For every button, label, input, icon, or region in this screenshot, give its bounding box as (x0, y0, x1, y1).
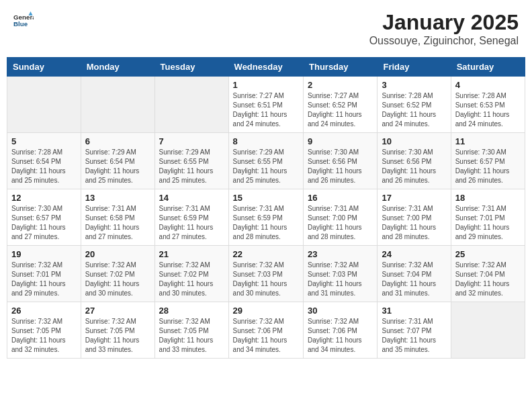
calendar-week-2: 5Sunrise: 7:28 AM Sunset: 6:54 PM Daylig… (7, 133, 525, 189)
calendar-cell: 8Sunrise: 7:29 AM Sunset: 6:55 PM Daylig… (228, 133, 303, 189)
calendar-cell: 20Sunrise: 7:32 AM Sunset: 7:02 PM Dayli… (81, 246, 154, 302)
day-info: Sunrise: 7:32 AM Sunset: 7:01 PM Dayligh… (11, 261, 77, 298)
day-info: Sunrise: 7:32 AM Sunset: 7:04 PM Dayligh… (382, 261, 446, 298)
day-number: 14 (159, 193, 224, 203)
calendar-cell: 16Sunrise: 7:31 AM Sunset: 7:00 PM Dayli… (304, 189, 378, 246)
day-info: Sunrise: 7:30 AM Sunset: 6:57 PM Dayligh… (11, 204, 77, 242)
calendar-body: 1Sunrise: 7:27 AM Sunset: 6:51 PM Daylig… (7, 77, 525, 359)
logo: General Blue (13, 10, 34, 30)
column-header-friday: Friday (378, 58, 451, 77)
day-number: 24 (382, 249, 446, 259)
calendar-cell: 2Sunrise: 7:27 AM Sunset: 6:52 PM Daylig… (304, 77, 378, 133)
calendar-cell: 13Sunrise: 7:31 AM Sunset: 6:58 PM Dayli… (81, 189, 154, 246)
calendar-cell (81, 77, 154, 133)
day-number: 17 (382, 193, 446, 203)
day-info: Sunrise: 7:31 AM Sunset: 7:01 PM Dayligh… (455, 204, 521, 242)
calendar-cell: 29Sunrise: 7:32 AM Sunset: 7:06 PM Dayli… (228, 302, 303, 359)
day-number: 13 (85, 193, 150, 203)
day-number: 31 (382, 306, 446, 316)
calendar-cell: 28Sunrise: 7:32 AM Sunset: 7:05 PM Dayli… (154, 302, 228, 359)
calendar-cell: 25Sunrise: 7:32 AM Sunset: 7:04 PM Dayli… (451, 246, 525, 302)
column-header-thursday: Thursday (304, 58, 378, 77)
day-number: 4 (455, 80, 521, 90)
day-number: 22 (233, 249, 299, 259)
day-info: Sunrise: 7:32 AM Sunset: 7:06 PM Dayligh… (308, 317, 373, 355)
day-info: Sunrise: 7:29 AM Sunset: 6:55 PM Dayligh… (233, 148, 299, 185)
day-number: 12 (11, 193, 77, 203)
calendar-cell: 12Sunrise: 7:30 AM Sunset: 6:57 PM Dayli… (7, 189, 81, 246)
column-header-monday: Monday (81, 58, 154, 77)
day-number: 11 (455, 136, 521, 146)
column-header-saturday: Saturday (451, 58, 525, 77)
day-number: 27 (85, 306, 150, 316)
day-info: Sunrise: 7:30 AM Sunset: 6:56 PM Dayligh… (308, 148, 373, 185)
calendar-cell: 4Sunrise: 7:28 AM Sunset: 6:53 PM Daylig… (451, 77, 525, 133)
day-info: Sunrise: 7:29 AM Sunset: 6:54 PM Dayligh… (85, 148, 150, 185)
column-header-wednesday: Wednesday (228, 58, 303, 77)
day-info: Sunrise: 7:31 AM Sunset: 7:07 PM Dayligh… (382, 317, 446, 355)
calendar-week-5: 26Sunrise: 7:32 AM Sunset: 7:05 PM Dayli… (7, 302, 525, 359)
day-info: Sunrise: 7:32 AM Sunset: 7:06 PM Dayligh… (233, 317, 299, 355)
calendar-table: SundayMondayTuesdayWednesdayThursdayFrid… (7, 57, 525, 359)
day-number: 9 (308, 136, 373, 146)
day-number: 29 (233, 306, 299, 316)
calendar-cell: 15Sunrise: 7:31 AM Sunset: 6:59 PM Dayli… (228, 189, 303, 246)
calendar-cell (154, 77, 228, 133)
day-info: Sunrise: 7:31 AM Sunset: 6:59 PM Dayligh… (159, 204, 224, 242)
calendar-week-4: 19Sunrise: 7:32 AM Sunset: 7:01 PM Dayli… (7, 246, 525, 302)
day-info: Sunrise: 7:28 AM Sunset: 6:53 PM Dayligh… (455, 91, 521, 129)
day-info: Sunrise: 7:30 AM Sunset: 6:57 PM Dayligh… (455, 148, 521, 185)
day-number: 8 (233, 136, 299, 146)
calendar-cell: 6Sunrise: 7:29 AM Sunset: 6:54 PM Daylig… (81, 133, 154, 189)
calendar-cell: 11Sunrise: 7:30 AM Sunset: 6:57 PM Dayli… (451, 133, 525, 189)
calendar-cell: 24Sunrise: 7:32 AM Sunset: 7:04 PM Dayli… (378, 246, 451, 302)
day-number: 10 (382, 136, 446, 146)
logo-icon: General Blue (13, 10, 34, 30)
day-number: 26 (11, 306, 77, 316)
page-header: General Blue January 2025 Oussouye, Zigu… (7, 7, 525, 50)
calendar-cell: 7Sunrise: 7:29 AM Sunset: 6:55 PM Daylig… (154, 133, 228, 189)
calendar-cell: 22Sunrise: 7:32 AM Sunset: 7:03 PM Dayli… (228, 246, 303, 302)
calendar-cell: 30Sunrise: 7:32 AM Sunset: 7:06 PM Dayli… (304, 302, 378, 359)
calendar-cell: 9Sunrise: 7:30 AM Sunset: 6:56 PM Daylig… (304, 133, 378, 189)
calendar-cell: 3Sunrise: 7:28 AM Sunset: 6:52 PM Daylig… (378, 77, 451, 133)
column-header-sunday: Sunday (7, 58, 81, 77)
calendar-cell: 18Sunrise: 7:31 AM Sunset: 7:01 PM Dayli… (451, 189, 525, 246)
calendar-cell: 10Sunrise: 7:30 AM Sunset: 6:56 PM Dayli… (378, 133, 451, 189)
calendar-title: January 2025 (369, 10, 519, 35)
calendar-header-row: SundayMondayTuesdayWednesdayThursdayFrid… (7, 58, 525, 77)
day-number: 6 (85, 136, 150, 146)
day-number: 2 (308, 80, 373, 90)
calendar-week-1: 1Sunrise: 7:27 AM Sunset: 6:51 PM Daylig… (7, 77, 525, 133)
calendar-cell: 27Sunrise: 7:32 AM Sunset: 7:05 PM Dayli… (81, 302, 154, 359)
day-number: 7 (159, 136, 224, 146)
day-number: 30 (308, 306, 373, 316)
calendar-cell (451, 302, 525, 359)
calendar-cell: 1Sunrise: 7:27 AM Sunset: 6:51 PM Daylig… (228, 77, 303, 133)
day-number: 28 (159, 306, 224, 316)
day-info: Sunrise: 7:32 AM Sunset: 7:04 PM Dayligh… (455, 261, 521, 298)
column-header-tuesday: Tuesday (154, 58, 228, 77)
day-info: Sunrise: 7:32 AM Sunset: 7:05 PM Dayligh… (85, 317, 150, 355)
day-info: Sunrise: 7:31 AM Sunset: 7:00 PM Dayligh… (308, 204, 373, 242)
day-info: Sunrise: 7:31 AM Sunset: 7:00 PM Dayligh… (382, 204, 446, 242)
calendar-location: Oussouye, Ziguinchor, Senegal (369, 35, 519, 47)
day-number: 3 (382, 80, 446, 90)
day-info: Sunrise: 7:32 AM Sunset: 7:02 PM Dayligh… (85, 261, 150, 298)
calendar-week-3: 12Sunrise: 7:30 AM Sunset: 6:57 PM Dayli… (7, 189, 525, 246)
day-number: 23 (308, 249, 373, 259)
day-info: Sunrise: 7:31 AM Sunset: 6:59 PM Dayligh… (233, 204, 299, 242)
day-info: Sunrise: 7:28 AM Sunset: 6:54 PM Dayligh… (11, 148, 77, 185)
svg-text:Blue: Blue (13, 20, 28, 28)
day-info: Sunrise: 7:27 AM Sunset: 6:51 PM Dayligh… (233, 91, 299, 129)
day-number: 16 (308, 193, 373, 203)
day-info: Sunrise: 7:32 AM Sunset: 7:03 PM Dayligh… (233, 261, 299, 298)
day-info: Sunrise: 7:32 AM Sunset: 7:02 PM Dayligh… (159, 261, 224, 298)
day-info: Sunrise: 7:27 AM Sunset: 6:52 PM Dayligh… (308, 91, 373, 129)
day-number: 19 (11, 249, 77, 259)
day-info: Sunrise: 7:32 AM Sunset: 7:03 PM Dayligh… (308, 261, 373, 298)
day-info: Sunrise: 7:32 AM Sunset: 7:05 PM Dayligh… (159, 317, 224, 355)
day-info: Sunrise: 7:30 AM Sunset: 6:56 PM Dayligh… (382, 148, 446, 185)
day-number: 25 (455, 249, 521, 259)
calendar-cell: 5Sunrise: 7:28 AM Sunset: 6:54 PM Daylig… (7, 133, 81, 189)
